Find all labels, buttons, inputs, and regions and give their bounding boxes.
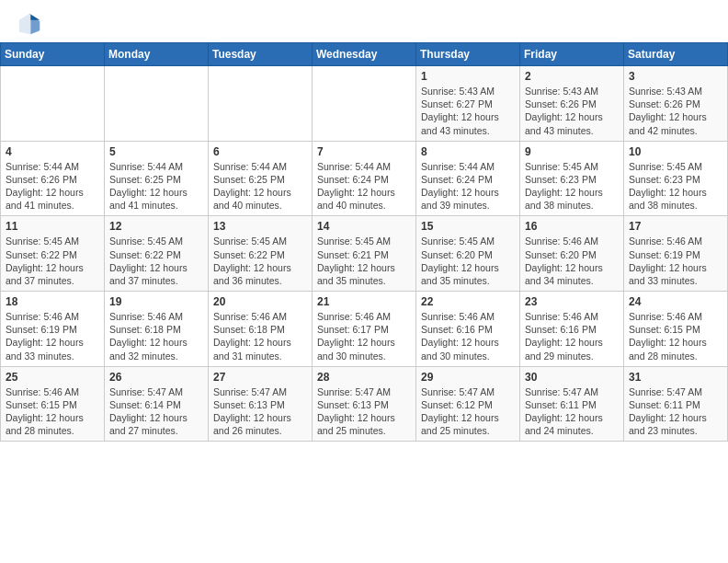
calendar-cell: 23Sunrise: 5:46 AM Sunset: 6:16 PM Dayli… (520, 292, 624, 367)
calendar-cell: 26Sunrise: 5:47 AM Sunset: 6:14 PM Dayli… (105, 366, 209, 442)
cell-date-number: 15 (421, 220, 515, 233)
cell-daylight-info: Sunrise: 5:43 AM Sunset: 6:27 PM Dayligh… (421, 85, 515, 137)
calendar-cell (105, 66, 209, 142)
cell-date-number: 18 (6, 295, 99, 308)
day-header-tuesday: Tuesday (209, 43, 313, 66)
cell-daylight-info: Sunrise: 5:46 AM Sunset: 6:15 PM Dayligh… (629, 310, 722, 362)
day-headers-row: SundayMondayTuesdayWednesdayThursdayFrid… (1, 43, 728, 66)
cell-date-number: 5 (109, 145, 203, 158)
cell-date-number: 4 (6, 145, 99, 158)
calendar-cell: 15Sunrise: 5:45 AM Sunset: 6:20 PM Dayli… (416, 216, 520, 292)
logo-icon (17, 11, 42, 37)
calendar-body: 1Sunrise: 5:43 AM Sunset: 6:27 PM Daylig… (1, 66, 728, 442)
cell-daylight-info: Sunrise: 5:46 AM Sunset: 6:16 PM Dayligh… (525, 310, 619, 362)
calendar-cell: 28Sunrise: 5:47 AM Sunset: 6:13 PM Dayli… (313, 366, 416, 442)
day-header-sunday: Sunday (1, 43, 105, 66)
cell-daylight-info: Sunrise: 5:44 AM Sunset: 6:24 PM Dayligh… (421, 160, 515, 213)
calendar-cell: 4Sunrise: 5:44 AM Sunset: 6:26 PM Daylig… (1, 141, 105, 216)
cell-date-number: 22 (421, 295, 515, 308)
page-header (0, 0, 728, 42)
cell-daylight-info: Sunrise: 5:45 AM Sunset: 6:23 PM Dayligh… (525, 160, 619, 213)
calendar-cell: 16Sunrise: 5:46 AM Sunset: 6:20 PM Dayli… (520, 216, 624, 292)
calendar-cell: 31Sunrise: 5:47 AM Sunset: 6:11 PM Dayli… (624, 366, 728, 442)
cell-date-number: 13 (213, 220, 307, 233)
cell-date-number: 17 (629, 220, 722, 233)
cell-date-number: 29 (421, 371, 515, 384)
day-header-saturday: Saturday (624, 43, 728, 66)
cell-daylight-info: Sunrise: 5:46 AM Sunset: 6:20 PM Dayligh… (525, 235, 619, 287)
calendar-cell: 3Sunrise: 5:43 AM Sunset: 6:26 PM Daylig… (624, 66, 728, 142)
calendar-cell: 24Sunrise: 5:46 AM Sunset: 6:15 PM Dayli… (624, 292, 728, 367)
calendar-cell (209, 66, 313, 142)
calendar-cell: 19Sunrise: 5:46 AM Sunset: 6:18 PM Dayli… (105, 292, 209, 367)
svg-marker-2 (29, 14, 40, 20)
cell-date-number: 20 (213, 295, 307, 308)
calendar-cell: 17Sunrise: 5:46 AM Sunset: 6:19 PM Dayli… (624, 216, 728, 292)
calendar-cell: 10Sunrise: 5:45 AM Sunset: 6:23 PM Dayli… (624, 141, 728, 216)
cell-daylight-info: Sunrise: 5:46 AM Sunset: 6:15 PM Dayligh… (6, 385, 99, 438)
calendar-cell: 9Sunrise: 5:45 AM Sunset: 6:23 PM Daylig… (520, 141, 624, 216)
cell-daylight-info: Sunrise: 5:45 AM Sunset: 6:22 PM Dayligh… (109, 235, 203, 287)
cell-daylight-info: Sunrise: 5:46 AM Sunset: 6:18 PM Dayligh… (213, 310, 307, 362)
cell-daylight-info: Sunrise: 5:45 AM Sunset: 6:20 PM Dayligh… (421, 235, 515, 287)
logo (17, 11, 46, 37)
cell-daylight-info: Sunrise: 5:45 AM Sunset: 6:22 PM Dayligh… (6, 235, 99, 287)
cell-daylight-info: Sunrise: 5:46 AM Sunset: 6:16 PM Dayligh… (421, 310, 515, 362)
cell-date-number: 1 (421, 70, 515, 83)
calendar-cell: 29Sunrise: 5:47 AM Sunset: 6:12 PM Dayli… (416, 366, 520, 442)
cell-daylight-info: Sunrise: 5:43 AM Sunset: 6:26 PM Dayligh… (629, 85, 722, 137)
cell-date-number: 8 (421, 145, 515, 158)
cell-date-number: 24 (629, 295, 722, 308)
cell-daylight-info: Sunrise: 5:45 AM Sunset: 6:22 PM Dayligh… (213, 235, 307, 287)
cell-daylight-info: Sunrise: 5:46 AM Sunset: 6:19 PM Dayligh… (629, 235, 722, 287)
calendar-cell: 5Sunrise: 5:44 AM Sunset: 6:25 PM Daylig… (105, 141, 209, 216)
cell-daylight-info: Sunrise: 5:47 AM Sunset: 6:11 PM Dayligh… (629, 385, 722, 438)
calendar-cell: 2Sunrise: 5:43 AM Sunset: 6:26 PM Daylig… (520, 66, 624, 142)
cell-date-number: 3 (629, 70, 722, 83)
calendar-cell: 11Sunrise: 5:45 AM Sunset: 6:22 PM Dayli… (1, 216, 105, 292)
calendar-cell: 1Sunrise: 5:43 AM Sunset: 6:27 PM Daylig… (416, 66, 520, 142)
calendar-week-1: 1Sunrise: 5:43 AM Sunset: 6:27 PM Daylig… (1, 66, 728, 142)
cell-date-number: 16 (525, 220, 619, 233)
cell-date-number: 30 (525, 371, 619, 384)
cell-date-number: 14 (317, 220, 411, 233)
cell-date-number: 23 (525, 295, 619, 308)
cell-date-number: 19 (109, 295, 203, 308)
cell-daylight-info: Sunrise: 5:44 AM Sunset: 6:26 PM Dayligh… (6, 160, 99, 213)
calendar-cell: 22Sunrise: 5:46 AM Sunset: 6:16 PM Dayli… (416, 292, 520, 367)
calendar-cell: 12Sunrise: 5:45 AM Sunset: 6:22 PM Dayli… (105, 216, 209, 292)
day-header-monday: Monday (105, 43, 209, 66)
cell-daylight-info: Sunrise: 5:47 AM Sunset: 6:14 PM Dayligh… (109, 385, 203, 438)
cell-date-number: 7 (317, 145, 411, 158)
calendar-cell (1, 66, 105, 142)
cell-date-number: 2 (525, 70, 619, 83)
cell-date-number: 10 (629, 145, 722, 158)
calendar-cell: 25Sunrise: 5:46 AM Sunset: 6:15 PM Dayli… (1, 366, 105, 442)
cell-daylight-info: Sunrise: 5:46 AM Sunset: 6:19 PM Dayligh… (6, 310, 99, 362)
cell-daylight-info: Sunrise: 5:46 AM Sunset: 6:17 PM Dayligh… (317, 310, 411, 362)
cell-date-number: 12 (109, 220, 203, 233)
cell-date-number: 27 (213, 371, 307, 384)
cell-daylight-info: Sunrise: 5:44 AM Sunset: 6:24 PM Dayligh… (317, 160, 411, 213)
cell-daylight-info: Sunrise: 5:46 AM Sunset: 6:18 PM Dayligh… (109, 310, 203, 362)
day-header-wednesday: Wednesday (313, 43, 416, 66)
calendar-cell (313, 66, 416, 142)
calendar-header: SundayMondayTuesdayWednesdayThursdayFrid… (1, 43, 728, 66)
calendar-cell: 7Sunrise: 5:44 AM Sunset: 6:24 PM Daylig… (313, 141, 416, 216)
calendar-cell: 14Sunrise: 5:45 AM Sunset: 6:21 PM Dayli… (313, 216, 416, 292)
calendar-week-5: 25Sunrise: 5:46 AM Sunset: 6:15 PM Dayli… (1, 366, 728, 442)
calendar-cell: 8Sunrise: 5:44 AM Sunset: 6:24 PM Daylig… (416, 141, 520, 216)
calendar-cell: 13Sunrise: 5:45 AM Sunset: 6:22 PM Dayli… (209, 216, 313, 292)
calendar-week-4: 18Sunrise: 5:46 AM Sunset: 6:19 PM Dayli… (1, 292, 728, 367)
cell-date-number: 28 (317, 371, 411, 384)
calendar-cell: 18Sunrise: 5:46 AM Sunset: 6:19 PM Dayli… (1, 292, 105, 367)
cell-date-number: 26 (109, 371, 203, 384)
cell-date-number: 21 (317, 295, 411, 308)
calendar-cell: 20Sunrise: 5:46 AM Sunset: 6:18 PM Dayli… (209, 292, 313, 367)
calendar-cell: 27Sunrise: 5:47 AM Sunset: 6:13 PM Dayli… (209, 366, 313, 442)
calendar-cell: 6Sunrise: 5:44 AM Sunset: 6:25 PM Daylig… (209, 141, 313, 216)
cell-daylight-info: Sunrise: 5:47 AM Sunset: 6:11 PM Dayligh… (525, 385, 619, 438)
cell-date-number: 6 (213, 145, 307, 158)
calendar-cell: 30Sunrise: 5:47 AM Sunset: 6:11 PM Dayli… (520, 366, 624, 442)
calendar-table: SundayMondayTuesdayWednesdayThursdayFrid… (0, 42, 728, 442)
